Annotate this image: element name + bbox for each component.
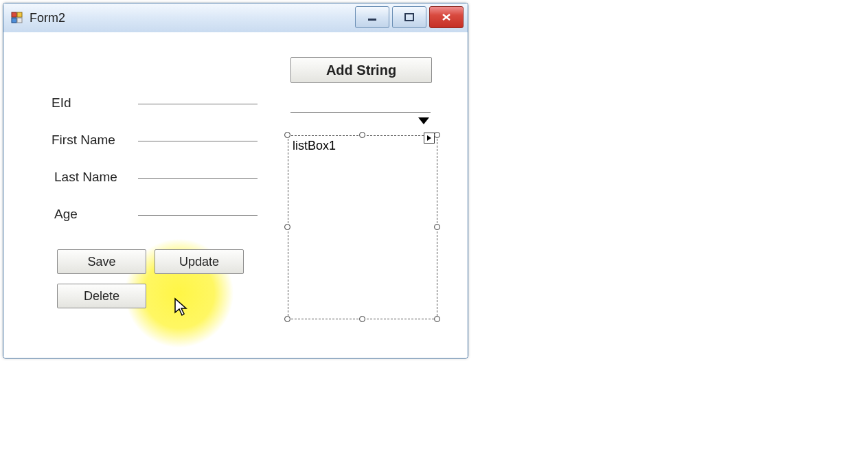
resize-handle-s[interactable] xyxy=(359,316,365,322)
update-button-label: Update xyxy=(179,255,219,269)
minimize-icon xyxy=(367,13,378,21)
chevron-down-icon xyxy=(418,117,429,124)
form-window: Form2 EId First Name Last Name Age xyxy=(3,3,468,358)
minimize-button[interactable] xyxy=(355,6,389,28)
titlebar[interactable]: Form2 xyxy=(3,3,468,33)
listbox[interactable]: listBox1 xyxy=(288,135,437,319)
resize-handle-ne[interactable] xyxy=(434,132,440,138)
smart-tag-icon[interactable] xyxy=(424,133,435,144)
window-title: Form2 xyxy=(30,11,65,25)
svg-rect-2 xyxy=(12,18,16,23)
delete-button-label: Delete xyxy=(84,289,119,304)
last-name-input[interactable] xyxy=(138,160,258,179)
maximize-icon xyxy=(404,12,415,22)
svg-line-6 xyxy=(443,14,450,20)
svg-rect-4 xyxy=(368,19,376,21)
eid-input[interactable] xyxy=(138,86,258,104)
age-input[interactable] xyxy=(138,197,258,216)
svg-rect-0 xyxy=(12,12,16,17)
save-button[interactable]: Save xyxy=(57,249,146,274)
maximize-button[interactable] xyxy=(392,6,426,28)
svg-line-7 xyxy=(443,14,450,20)
resize-handle-n[interactable] xyxy=(359,132,365,138)
svg-rect-1 xyxy=(17,12,22,17)
first-name-label: First Name xyxy=(52,133,115,148)
resize-handle-e[interactable] xyxy=(434,224,440,230)
age-label: Age xyxy=(54,207,78,222)
app-icon xyxy=(10,11,24,25)
window-controls xyxy=(355,6,464,28)
combobox[interactable] xyxy=(290,93,431,113)
listbox-placeholder: listBox1 xyxy=(293,139,336,152)
last-name-label: Last Name xyxy=(54,170,117,185)
close-icon xyxy=(441,12,452,22)
add-string-button[interactable]: Add String xyxy=(290,57,432,83)
eid-label: EId xyxy=(52,95,71,111)
svg-rect-3 xyxy=(17,18,22,23)
close-button[interactable] xyxy=(429,6,464,28)
add-string-button-label: Add String xyxy=(326,62,396,78)
svg-rect-5 xyxy=(405,14,413,21)
delete-button[interactable]: Delete xyxy=(57,284,146,308)
resize-handle-w[interactable] xyxy=(284,224,290,230)
resize-handle-sw[interactable] xyxy=(284,316,290,322)
update-button[interactable]: Update xyxy=(155,249,244,274)
client-area: EId First Name Last Name Age Save Update… xyxy=(3,32,468,358)
resize-handle-se[interactable] xyxy=(434,316,440,322)
resize-handle-nw[interactable] xyxy=(284,132,290,138)
first-name-input[interactable] xyxy=(138,123,258,141)
save-button-label: Save xyxy=(87,255,115,269)
cursor-icon xyxy=(174,297,189,319)
